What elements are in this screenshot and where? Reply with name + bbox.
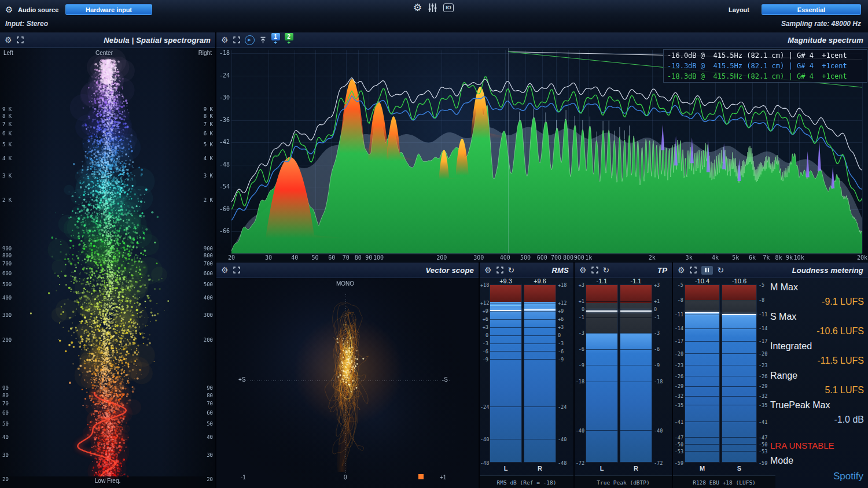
tp-value-left: -1.1 <box>586 278 618 284</box>
overlay-1-handle-icon[interactable]: + <box>274 40 277 45</box>
meter-tick-line <box>586 301 617 302</box>
io-routing-icon[interactable]: IO <box>443 3 454 12</box>
meter-scale-label: -11 <box>759 312 774 317</box>
loudness-fullscreen-icon[interactable] <box>690 267 697 273</box>
loudness-reset-icon[interactable]: ↻ <box>718 266 724 274</box>
meter-scale-label: -1 <box>575 315 584 320</box>
vector-fullscreen-icon[interactable] <box>233 267 240 273</box>
loudness-settings-gear-icon[interactable]: ⚙ <box>678 266 685 274</box>
live-play-button[interactable]: ▶ <box>245 35 255 45</box>
meter-peak-line <box>620 310 652 312</box>
topbar-center-icons: ⚙ IO <box>413 3 454 13</box>
meter-tick-line <box>620 382 652 382</box>
magnitude-fullscreen-icon[interactable] <box>233 36 240 43</box>
meter-scale-label: -53 <box>674 449 683 454</box>
meter-tick-line <box>524 351 556 352</box>
hardware-input-button[interactable]: Hardware input <box>65 4 152 15</box>
overlay-2-handle-icon[interactable]: + <box>287 40 290 45</box>
nebula-freq-label: 200 <box>2 337 15 343</box>
meter-scale-label: -14 <box>759 326 774 331</box>
z-red <box>586 285 617 303</box>
mono-axis-label: MONO <box>336 280 354 287</box>
peak-hold-arrow-icon[interactable] <box>259 36 267 44</box>
nebula-freq-label: 500 <box>2 282 15 287</box>
nebula-freq-label: 3 K <box>2 173 15 179</box>
nebula-freq-label: 30 <box>2 452 15 458</box>
meter-scale-label: -26 <box>759 374 774 379</box>
layout-essential-button[interactable]: Essential <box>762 4 861 15</box>
meter-tick-line <box>490 406 521 407</box>
nebula-freq-label: 600 <box>200 271 213 276</box>
tp-panel-title: TP <box>657 266 667 275</box>
loudness-stat-value: -11.5 LUFS <box>770 353 865 368</box>
tp-header: ⚙ ↻ TP <box>575 263 672 278</box>
nebula-settings-gear-icon[interactable]: ⚙ <box>5 36 12 44</box>
spectrum-freq-tick: 9k <box>786 254 793 261</box>
correlation-marker <box>418 474 424 479</box>
spectrum-readout-line: -19.3dB @ 415.5Hz (82.1 cm) | G# 4 +1cen… <box>664 61 867 71</box>
mixer-sliders-icon[interactable] <box>428 3 437 13</box>
meter-tick-line <box>524 439 556 439</box>
meter-channel-label: R <box>620 465 652 472</box>
z-body <box>722 314 756 462</box>
loudness-stats-list: M Max-9.1 LUFSS Max-10.6 LUFSIntegrated-… <box>770 280 865 427</box>
overlay-slot-2[interactable]: 2 + <box>285 33 293 47</box>
rms-fullscreen-icon[interactable] <box>496 267 503 273</box>
rms-settings-gear-icon[interactable]: ⚙ <box>484 266 492 274</box>
meter-scale-label: -41 <box>759 419 774 425</box>
spectrum-freq-tick: 80 <box>355 254 362 261</box>
magnitude-settings-gear-icon[interactable]: ⚙ <box>221 36 229 44</box>
vector-settings-gear-icon[interactable]: ⚙ <box>221 266 229 274</box>
meter-tick-line <box>490 335 521 336</box>
vector-header: ⚙ Vector scope <box>216 263 479 278</box>
meter-scale-label: -6 <box>480 349 488 354</box>
tp-settings-gear-icon[interactable]: ⚙ <box>579 266 587 274</box>
meter-scale-label: -59 <box>759 460 774 466</box>
nebula-fullscreen-icon[interactable] <box>17 36 24 43</box>
spectrum-freq-tick: 20 <box>228 254 235 261</box>
pure-analyzer-app: ⚙ Audio source Hardware input Input: Ste… <box>0 0 868 488</box>
meter-tick-line <box>490 351 521 352</box>
meter-scale-label: -3 <box>575 330 584 336</box>
z-body <box>524 302 556 462</box>
mode-label: Mode <box>770 456 793 466</box>
meter-tick-line <box>524 343 556 344</box>
meter-peak-line <box>490 310 521 311</box>
nebula-freq-label: 900 <box>2 246 15 252</box>
meter-tick-line <box>524 319 556 320</box>
audio-source-gear-icon[interactable]: ⚙ <box>5 5 13 14</box>
meter-tick-line <box>490 327 521 328</box>
spectrum-db-tick: -42 <box>218 139 230 145</box>
meter-tick-line <box>722 376 756 376</box>
meter-scale-label: -26 <box>674 374 683 379</box>
spectrum-freq-tick: 90 <box>365 254 372 261</box>
overlay-slot-1[interactable]: 1 + <box>271 33 280 47</box>
meter-tick-line <box>685 353 719 354</box>
meter-scale-label: -50 <box>674 442 683 448</box>
tp-reset-icon[interactable]: ↻ <box>603 266 610 274</box>
meter-scale-label: -17 <box>759 338 774 344</box>
sampling-rate-label: Sampling rate: 48000 Hz <box>781 20 861 28</box>
vector-panel-title: Vector scope <box>425 266 474 275</box>
z-red <box>620 285 652 303</box>
loudness-footer-label: R128 EBU +18 (LUFS) <box>673 475 775 488</box>
tp-value-right: -1.1 <box>620 278 652 284</box>
nebula-freq-label: 400 <box>200 295 213 301</box>
magnitude-panel-title: Magnitude spectrum <box>788 36 863 45</box>
spectrum-db-tick: -24 <box>218 72 230 79</box>
nebula-freq-label: 200 <box>200 337 213 343</box>
meter-tick-line <box>524 327 556 328</box>
correlation-zero-label: 0 <box>344 474 347 480</box>
nebula-freq-label: 700 <box>200 261 213 267</box>
meter-bar <box>490 284 522 463</box>
meter-channel-label: S <box>722 465 757 472</box>
global-settings-gear-icon[interactable]: ⚙ <box>413 3 422 13</box>
mode-value-label[interactable]: Spotify <box>833 471 863 482</box>
nebula-freq-label: 2 K <box>200 197 213 203</box>
loudness-pause-button[interactable] <box>701 266 713 275</box>
meter-tick-line <box>620 365 652 365</box>
meter-bar <box>524 284 556 463</box>
rms-reset-icon[interactable]: ↻ <box>508 266 515 274</box>
tp-fullscreen-icon[interactable] <box>591 267 598 273</box>
meter-tick-line <box>490 304 521 304</box>
